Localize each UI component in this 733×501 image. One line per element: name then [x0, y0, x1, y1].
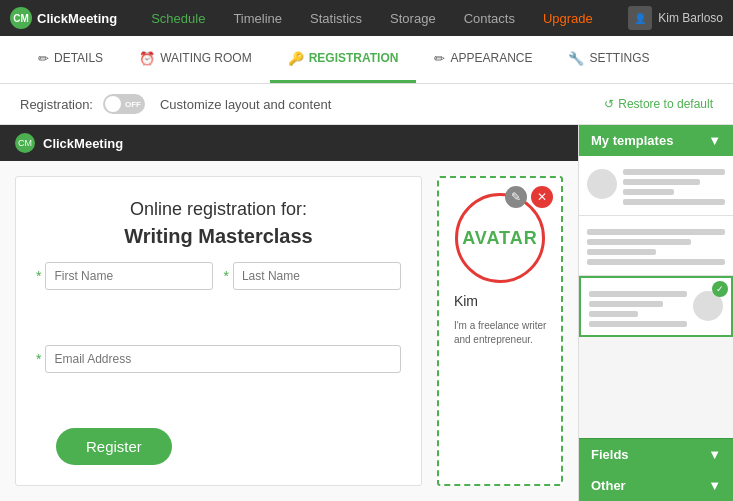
template-item[interactable] [579, 216, 733, 276]
template-lines [589, 286, 687, 327]
templates-arrow-icon: ▼ [708, 133, 721, 148]
appearance-icon: ✏ [434, 51, 445, 66]
templates-header-label: My templates [591, 133, 673, 148]
email-input[interactable] [45, 345, 400, 373]
form-title-line1: Online registration for: [130, 199, 307, 219]
logo-text: ClickMeeting [37, 11, 117, 26]
template-line [623, 179, 700, 185]
avatar-panel: ✎ ✕ AVATAR Kim I'm a freelance writer an… [437, 176, 563, 486]
tab-registration[interactable]: 🔑 REGISTRATION [270, 36, 417, 83]
user-menu[interactable]: 👤 Kim Barloso [628, 6, 723, 30]
details-icon: ✏ [38, 51, 49, 66]
waiting-room-icon: ⏰ [139, 51, 155, 66]
form-title-line2: Writing Masterclass [36, 222, 401, 250]
reg-bar-label: Registration: [20, 97, 93, 112]
avatar-label: AVATAR [462, 228, 538, 249]
content-area: Registration: OFF Customize layout and c… [0, 84, 733, 501]
nav-schedule[interactable]: Schedule [137, 0, 219, 36]
avatar-bio: I'm a freelance writer and entrepreneur. [449, 319, 551, 347]
last-name-required: * [223, 268, 228, 284]
avatar-actions: ✎ ✕ [505, 186, 553, 208]
template-line [623, 199, 725, 205]
tab-registration-label: REGISTRATION [309, 51, 399, 65]
nav-links: Schedule Timeline Statistics Storage Con… [137, 0, 628, 36]
preview-panel: CM ClickMeeting Online registration for:… [0, 125, 578, 501]
restore-icon: ↺ [604, 97, 614, 111]
templates-panel-header[interactable]: My templates ▼ [579, 125, 733, 156]
preview-logo-text: ClickMeeting [43, 136, 123, 151]
preview-header: CM ClickMeeting [0, 125, 578, 161]
registration-form: Online registration for: Writing Masterc… [15, 176, 422, 486]
other-label: Other [591, 478, 626, 493]
template-list [579, 156, 733, 438]
tab-appearance[interactable]: ✏ APPEARANCE [416, 36, 550, 83]
register-button[interactable]: Register [56, 428, 172, 465]
user-name: Kim Barloso [658, 11, 723, 25]
template-avatar [587, 169, 617, 199]
template-line [589, 321, 687, 327]
first-name-input[interactable] [45, 262, 213, 290]
registration-icon: 🔑 [288, 51, 304, 66]
avatar-edit-button[interactable]: ✎ [505, 186, 527, 208]
template-line [589, 301, 663, 307]
last-name-field: * [223, 262, 400, 290]
email-field: * [36, 302, 401, 416]
fields-arrow-icon: ▼ [708, 447, 721, 462]
form-title: Online registration for: Writing Masterc… [36, 197, 401, 250]
tab-details-label: DETAILS [54, 51, 103, 65]
main-content: CM ClickMeeting Online registration for:… [0, 125, 733, 501]
toggle-knob [105, 96, 121, 112]
tab-waiting-room[interactable]: ⏰ WAITING ROOM [121, 36, 270, 83]
template-lines [623, 164, 725, 205]
settings-icon: 🔧 [568, 51, 584, 66]
template-item-active[interactable] [579, 276, 733, 337]
sub-navigation: ✏ DETAILS ⏰ WAITING ROOM 🔑 REGISTRATION … [0, 36, 733, 84]
logo: CM ClickMeeting [10, 7, 117, 29]
tab-settings[interactable]: 🔧 SETTINGS [550, 36, 667, 83]
logo-icon: CM [10, 7, 32, 29]
template-line [589, 311, 638, 317]
nav-contacts[interactable]: Contacts [450, 0, 529, 36]
other-arrow-icon: ▼ [708, 478, 721, 493]
fields-panel-header[interactable]: Fields ▼ [579, 438, 733, 470]
template-avatar [693, 291, 723, 321]
tab-details[interactable]: ✏ DETAILS [20, 36, 121, 83]
template-line [587, 259, 725, 265]
template-line [587, 249, 656, 255]
customize-text: Customize layout and content [160, 97, 331, 112]
name-row: * * [36, 262, 401, 290]
tab-appearance-label: APPEARANCE [450, 51, 532, 65]
tab-waiting-room-label: WAITING ROOM [160, 51, 252, 65]
top-navigation: CM ClickMeeting Schedule Timeline Statis… [0, 0, 733, 36]
toggle-off-text: OFF [125, 100, 141, 109]
template-item[interactable] [579, 156, 733, 216]
template-lines [587, 224, 725, 265]
nav-statistics[interactable]: Statistics [296, 0, 376, 36]
template-line [587, 229, 725, 235]
preview-logo-icon: CM [15, 133, 35, 153]
last-name-input[interactable] [233, 262, 401, 290]
template-line [589, 291, 687, 297]
other-panel-header[interactable]: Other ▼ [579, 470, 733, 501]
email-required: * [36, 351, 41, 367]
restore-label: Restore to default [618, 97, 713, 111]
restore-default-link[interactable]: ↺ Restore to default [604, 97, 713, 111]
preview-body: Online registration for: Writing Masterc… [0, 161, 578, 501]
templates-panel: My templates ▼ [578, 125, 733, 501]
template-line [623, 189, 674, 195]
nav-storage[interactable]: Storage [376, 0, 450, 36]
template-line [623, 169, 725, 175]
first-name-required: * [36, 268, 41, 284]
fields-label: Fields [591, 447, 629, 462]
registration-toggle[interactable]: OFF [103, 94, 145, 114]
avatar-delete-button[interactable]: ✕ [531, 186, 553, 208]
first-name-field: * [36, 262, 213, 290]
template-line [587, 239, 691, 245]
avatar-name: Kim [449, 293, 478, 309]
nav-upgrade[interactable]: Upgrade [529, 0, 607, 36]
nav-timeline[interactable]: Timeline [219, 0, 296, 36]
tab-settings-label: SETTINGS [589, 51, 649, 65]
registration-bar: Registration: OFF Customize layout and c… [0, 84, 733, 125]
user-avatar: 👤 [628, 6, 652, 30]
